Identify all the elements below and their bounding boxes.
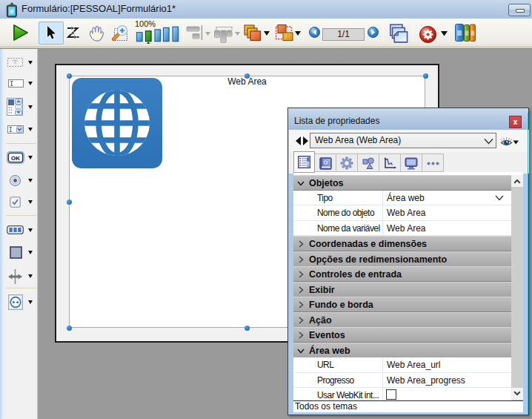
- svg-text:OK: OK: [11, 155, 20, 162]
